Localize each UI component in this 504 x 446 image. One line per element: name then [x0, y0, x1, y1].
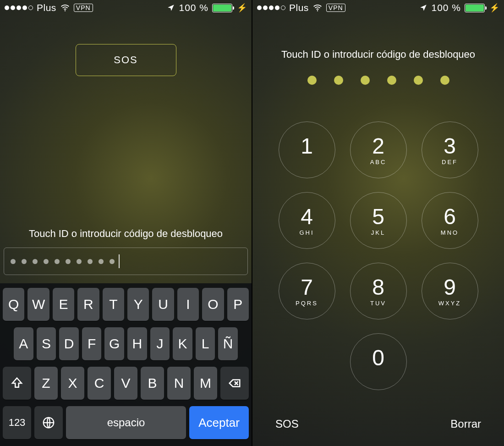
numkey-digit: 0 — [372, 347, 384, 369]
passcode-char-dot — [55, 259, 60, 264]
passcode-dot — [361, 76, 370, 85]
charging-icon: ⚡ — [489, 3, 499, 13]
key-y[interactable]: Y — [127, 288, 149, 321]
passcode-char-dot — [88, 259, 93, 264]
bottom-actions: SOS Borrar — [252, 418, 504, 430]
numkey-5[interactable]: 5JKL — [350, 192, 407, 249]
numkey-4[interactable]: 4GHI — [279, 192, 335, 249]
status-bar: Plus VPN 100 % ⚡ — [0, 0, 252, 16]
key-f[interactable]: F — [82, 327, 102, 360]
sos-button[interactable]: SOS — [76, 44, 176, 76]
key-e[interactable]: E — [53, 288, 74, 321]
sos-label: SOS — [114, 54, 137, 66]
key-o[interactable]: O — [202, 288, 224, 321]
status-right: 100 % ⚡ — [167, 2, 247, 13]
passcode-input[interactable] — [4, 248, 248, 275]
status-bar: Plus VPN 100 % ⚡ — [252, 0, 504, 16]
numkey-digit: 9 — [444, 276, 456, 298]
passcode-char-dot — [22, 259, 27, 264]
battery-percent: 100 % — [431, 2, 461, 13]
passcode-dot — [334, 76, 343, 85]
key-c[interactable]: C — [88, 367, 111, 400]
numkey-9[interactable]: 9WXYZ — [422, 263, 478, 319]
numeric-keypad: 12ABC3DEF4GHI5JKL6MNO7PQRS8TUV9WXYZ0 — [252, 121, 504, 390]
backspace-key[interactable] — [220, 367, 249, 400]
numkey-digit: 8 — [372, 276, 384, 298]
svg-point-2 — [317, 10, 318, 11]
delete-link[interactable]: Borrar — [450, 418, 481, 430]
passcode-char-dot — [99, 259, 104, 264]
carrier-label: Plus — [289, 2, 309, 13]
location-icon — [167, 4, 175, 12]
numkey-letters: WXYZ — [438, 300, 461, 306]
text-cursor — [119, 254, 120, 268]
numbers-key[interactable]: 123 — [3, 406, 31, 439]
key-j[interactable]: J — [150, 327, 170, 360]
passcode-char-dot — [44, 259, 49, 264]
key-v[interactable]: V — [114, 367, 137, 400]
numkey-digit: 4 — [301, 206, 313, 228]
passcode-dot — [414, 76, 423, 85]
key-s[interactable]: S — [37, 327, 56, 360]
signal-strength-icon — [5, 6, 33, 10]
keyboard: QWERTYUIOP ASDFGHJKLÑ ZXCVBNM 123 espaci… — [0, 283, 252, 446]
battery-icon — [212, 4, 232, 12]
passcode-dots — [252, 76, 504, 85]
key-r[interactable]: R — [77, 288, 99, 321]
space-key[interactable]: espacio — [66, 406, 186, 439]
signal-strength-icon — [257, 6, 285, 10]
accept-key[interactable]: Aceptar — [189, 406, 249, 439]
numkey-letters: GHI — [299, 229, 314, 236]
key-n[interactable]: N — [167, 367, 191, 400]
key-l[interactable]: L — [196, 327, 215, 360]
key-a[interactable]: A — [14, 327, 33, 360]
status-left: Plus VPN — [5, 2, 93, 13]
numkey-letters: TUV — [370, 300, 386, 306]
key-z[interactable]: Z — [34, 367, 58, 400]
numkey-8[interactable]: 8TUV — [350, 263, 407, 319]
key-d[interactable]: D — [59, 327, 79, 360]
passcode-char-dot — [33, 259, 38, 264]
key-b[interactable]: B — [141, 367, 164, 400]
passcode-char-dot — [110, 259, 115, 264]
key-h[interactable]: H — [127, 327, 147, 360]
key-p[interactable]: P — [227, 288, 249, 321]
key-x[interactable]: X — [61, 367, 84, 400]
sos-link[interactable]: SOS — [275, 418, 299, 430]
key-g[interactable]: G — [104, 327, 124, 360]
carrier-label: Plus — [37, 2, 56, 13]
battery-icon — [465, 4, 485, 12]
key-k[interactable]: K — [173, 327, 192, 360]
passcode-prompt: Touch ID o introducir código de desbloqu… — [252, 49, 504, 61]
numkey-digit: 6 — [444, 206, 456, 228]
status-left: Plus VPN — [257, 2, 345, 13]
vpn-badge: VPN — [326, 4, 345, 12]
numkey-digit: 7 — [301, 276, 313, 298]
screen-alphanumeric-passcode: Plus VPN 100 % ⚡ SOS Touch ID o introduc… — [0, 0, 252, 446]
numkey-7[interactable]: 7PQRS — [279, 263, 335, 319]
key-q[interactable]: Q — [3, 288, 24, 321]
wifi-icon — [312, 3, 323, 13]
numkey-2[interactable]: 2ABC — [350, 121, 407, 178]
shift-key[interactable] — [3, 367, 31, 400]
numkey-letters: MNO — [441, 229, 459, 236]
numkey-1[interactable]: 1 — [279, 121, 335, 178]
key-ñ[interactable]: Ñ — [218, 327, 238, 360]
numkey-0[interactable]: 0 — [350, 333, 407, 390]
key-u[interactable]: U — [152, 288, 174, 321]
numkey-digit: 1 — [301, 135, 313, 157]
numkey-letters: JKL — [371, 229, 385, 236]
numkey-6[interactable]: 6MNO — [422, 192, 478, 249]
globe-key[interactable] — [34, 406, 63, 439]
key-t[interactable]: T — [103, 288, 124, 321]
wifi-icon — [60, 3, 70, 13]
key-w[interactable]: W — [27, 288, 49, 321]
key-m[interactable]: M — [194, 367, 217, 400]
numkey-digit: 5 — [372, 206, 384, 228]
numkey-3[interactable]: 3DEF — [422, 121, 478, 178]
key-i[interactable]: I — [177, 288, 199, 321]
passcode-dot — [307, 76, 317, 85]
vpn-badge: VPN — [74, 4, 93, 12]
svg-point-0 — [65, 10, 66, 11]
passcode-dot — [440, 76, 449, 85]
